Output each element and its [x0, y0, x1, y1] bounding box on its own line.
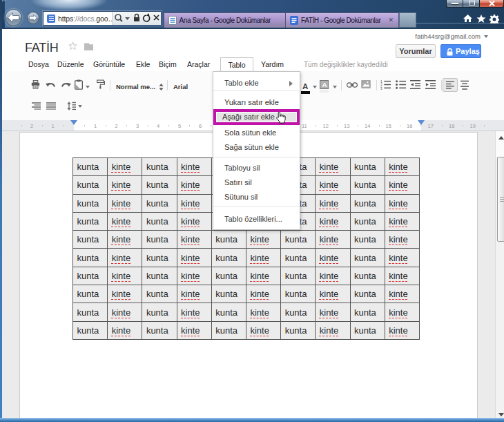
svg-text:1: 1	[380, 80, 382, 84]
svg-text:3: 3	[380, 87, 382, 90]
